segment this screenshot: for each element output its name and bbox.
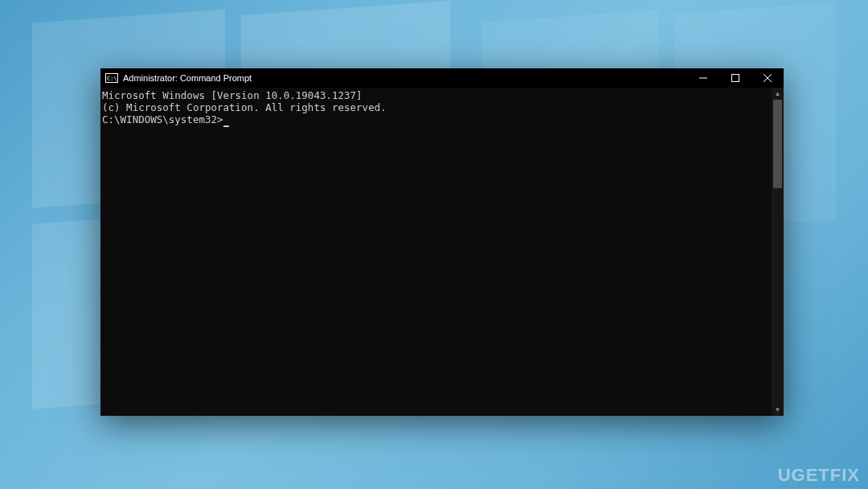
scroll-track[interactable] xyxy=(772,100,784,404)
close-button[interactable] xyxy=(751,68,784,88)
terminal-line: Microsoft Windows [Version 10.0.19043.12… xyxy=(102,89,772,101)
cmd-icon: C:\ xyxy=(105,72,118,84)
scroll-down-arrow-icon[interactable]: ▼ xyxy=(772,404,784,416)
svg-text:C:\: C:\ xyxy=(107,76,117,82)
minimize-icon xyxy=(699,74,707,82)
watermark-text: UGETFIX xyxy=(778,465,860,486)
vertical-scrollbar[interactable]: ▲ ▼ xyxy=(772,88,784,416)
window-body: Microsoft Windows [Version 10.0.19043.12… xyxy=(100,88,784,416)
maximize-icon xyxy=(731,74,739,82)
titlebar[interactable]: C:\ Administrator: Command Prompt xyxy=(100,68,784,88)
maximize-button[interactable] xyxy=(719,68,751,88)
command-prompt-window: C:\ Administrator: Command Prompt Micros… xyxy=(100,68,784,416)
terminal-line: (c) Microsoft Corporation. All rights re… xyxy=(102,101,772,113)
terminal-prompt-line[interactable]: C:\WINDOWS\system32> xyxy=(102,113,772,125)
scroll-up-arrow-icon[interactable]: ▲ xyxy=(772,88,784,100)
terminal-prompt: C:\WINDOWS\system32> xyxy=(102,113,223,125)
scroll-thumb[interactable] xyxy=(773,100,782,188)
terminal-cursor xyxy=(223,125,229,127)
minimize-button[interactable] xyxy=(687,68,719,88)
window-controls xyxy=(687,68,784,88)
terminal-output[interactable]: Microsoft Windows [Version 10.0.19043.12… xyxy=(100,88,772,416)
close-icon xyxy=(764,74,772,82)
window-title: Administrator: Command Prompt xyxy=(123,73,252,83)
svg-rect-2 xyxy=(732,75,739,82)
